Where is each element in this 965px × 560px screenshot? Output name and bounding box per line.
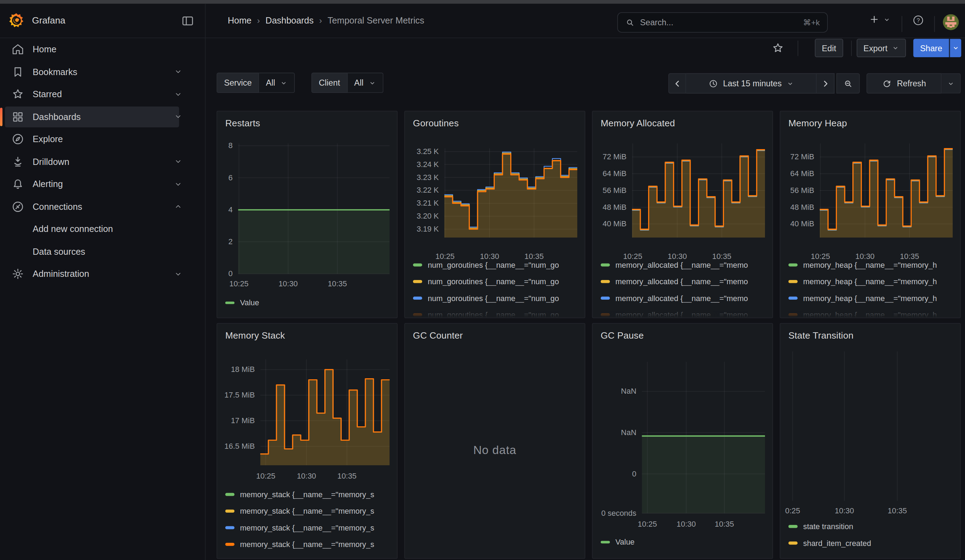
legend-color-marker bbox=[601, 263, 610, 266]
chart-legend: state transitionshard_item_created bbox=[788, 518, 959, 558]
legend-label: memory_heap {__name__="memory_h bbox=[803, 310, 937, 318]
legend-item[interactable]: memory_heap {__name__="memory_h bbox=[788, 256, 959, 273]
service-filter-selected: All bbox=[266, 78, 275, 87]
chart-legend: memory_heap {__name__="memory_hmemory_he… bbox=[788, 256, 959, 318]
legend-item[interactable]: num_goroutines {__name__="num_go bbox=[413, 256, 584, 273]
share-button[interactable]: Share bbox=[913, 39, 949, 57]
legend-label: memory_heap {__name__="memory_h bbox=[803, 261, 937, 269]
legend-item[interactable]: memory_allocated {__name__="memo bbox=[601, 256, 771, 273]
edit-button[interactable]: Edit bbox=[815, 39, 843, 57]
sidebar-item-alerting[interactable]: Alerting bbox=[0, 173, 205, 196]
legend-label: num_goroutines {__name__="num_go bbox=[428, 310, 559, 318]
chevron-down-icon[interactable] bbox=[185, 90, 194, 99]
grafana-logo-icon[interactable] bbox=[8, 12, 25, 29]
svg-text:40 MiB: 40 MiB bbox=[790, 219, 814, 228]
legend-item[interactable]: memory_stack {__name__="memory_s bbox=[225, 536, 396, 553]
chart-legend: memory_stack {__name__="memory_smemory_s… bbox=[225, 486, 396, 558]
sidebar-item-explore[interactable]: Explore bbox=[0, 128, 205, 150]
legend-label: num_goroutines {__name__="num_go bbox=[428, 294, 559, 302]
time-shift-forward-button[interactable] bbox=[816, 73, 834, 94]
legend-item[interactable]: memory_stack {__name__="memory_s bbox=[225, 519, 396, 536]
legend-item[interactable]: memory_allocated {__name__="memo bbox=[601, 273, 771, 290]
sidebar-item-administration[interactable]: Administration bbox=[0, 263, 205, 285]
legend-item[interactable]: memory_heap {__name__="memory_h bbox=[788, 290, 959, 306]
svg-text:10:30: 10:30 bbox=[297, 472, 316, 480]
legend-item[interactable]: memory_heap {__name__="memory_h bbox=[788, 306, 959, 318]
chevron-down-icon[interactable] bbox=[185, 269, 194, 279]
service-filter-value[interactable]: All bbox=[259, 73, 295, 93]
panel-title[interactable]: GC Counter bbox=[413, 330, 463, 340]
legend-item[interactable]: memory_heap {__name__="memory_h bbox=[788, 273, 959, 290]
svg-text:3.22 K: 3.22 K bbox=[417, 186, 439, 194]
favorite-star-button[interactable] bbox=[772, 42, 784, 54]
legend-color-marker bbox=[788, 280, 798, 283]
client-filter-value[interactable]: All bbox=[347, 73, 383, 93]
drilldown-icon bbox=[11, 155, 25, 169]
time-range-controls: Last 15 minutes bbox=[669, 73, 860, 94]
legend-item[interactable]: memory_stack {__name__="memory_s bbox=[225, 486, 396, 503]
panel-memory-stack: Memory Stack10:2510:3010:3518 MiB17.5 Mi… bbox=[216, 323, 397, 559]
panel-goroutines: Goroutines10:2510:3010:353.25 K3.24 K3.2… bbox=[404, 111, 585, 318]
sidebar-item-add-new-connection[interactable]: Add new connection bbox=[0, 218, 205, 240]
chart-restarts[interactable]: 10:2510:3010:3586420 bbox=[217, 111, 397, 318]
chevron-down-icon bbox=[883, 16, 891, 23]
panel-memory-allocated: Memory Allocated10:2510:3010:3572 MiB64 … bbox=[592, 111, 773, 318]
sidebar-toggle-icon[interactable] bbox=[181, 14, 195, 28]
svg-text:2: 2 bbox=[229, 237, 233, 246]
chevron-down-icon[interactable] bbox=[185, 67, 194, 77]
refresh-interval-dropdown[interactable] bbox=[942, 73, 960, 94]
legend-color-marker bbox=[413, 297, 422, 300]
add-new-button[interactable] bbox=[869, 14, 890, 24]
chevron-down-icon[interactable] bbox=[185, 157, 194, 166]
sidebar-item-starred[interactable]: Starred bbox=[0, 83, 205, 106]
chevron-down-icon[interactable] bbox=[185, 112, 194, 121]
active-accent-bar bbox=[0, 107, 2, 126]
svg-text:8: 8 bbox=[229, 141, 233, 150]
sidebar-item-drilldown[interactable]: Drilldown bbox=[0, 150, 205, 173]
legend-item[interactable]: Value bbox=[225, 295, 396, 311]
svg-text:0: 0 bbox=[229, 269, 233, 278]
legend-label: memory_allocated {__name__="memo bbox=[615, 277, 748, 286]
header-divider bbox=[934, 16, 935, 32]
breadcrumb-home[interactable]: Home bbox=[228, 15, 252, 25]
legend-color-marker bbox=[601, 541, 610, 544]
client-filter-label: Client bbox=[311, 73, 347, 93]
sidebar-item-home[interactable]: Home bbox=[0, 38, 205, 61]
chart-gc-pause[interactable]: 10:2510:3010:35NaNNaN00 seconds bbox=[593, 324, 773, 559]
chevron-up-icon[interactable] bbox=[185, 202, 194, 211]
legend-item[interactable]: num_goroutines {__name__="num_go bbox=[413, 273, 584, 290]
legend-item[interactable]: memory_allocated {__name__="memo bbox=[601, 306, 771, 318]
window-top-strip bbox=[0, 0, 965, 4]
breadcrumb-dashboards[interactable]: Dashboards bbox=[266, 15, 314, 25]
legend-item[interactable]: memory_stack {__name__="memory_s bbox=[225, 503, 396, 519]
compass-icon bbox=[11, 132, 25, 146]
legend-item[interactable]: shard_item_created bbox=[788, 535, 959, 551]
sidebar-item-data-sources[interactable]: Data sources bbox=[0, 240, 205, 263]
sidebar-item-label: Data sources bbox=[33, 247, 85, 256]
chevron-down-icon[interactable] bbox=[185, 180, 194, 189]
sidebar-item-label: Administration bbox=[33, 269, 89, 279]
time-shift-back-button[interactable] bbox=[669, 73, 686, 94]
chevron-down-icon bbox=[952, 44, 959, 52]
refresh-button[interactable]: Refresh bbox=[867, 73, 942, 94]
zoom-out-button[interactable] bbox=[836, 73, 860, 94]
user-avatar[interactable] bbox=[943, 14, 959, 30]
chevron-down-icon bbox=[891, 44, 899, 52]
search-input[interactable]: Search... ⌘+k bbox=[617, 12, 828, 33]
panel-restarts: Restarts10:2510:3010:3586420Value bbox=[216, 111, 397, 318]
legend-item[interactable]: Value bbox=[601, 534, 771, 550]
legend-item[interactable]: memory_allocated {__name__="memo bbox=[601, 290, 771, 306]
share-dropdown-button[interactable] bbox=[950, 39, 961, 57]
legend-item[interactable]: num_goroutines {__name__="num_go bbox=[413, 306, 584, 318]
legend-item[interactable]: num_goroutines {__name__="num_go bbox=[413, 290, 584, 306]
help-button[interactable]: ? bbox=[912, 14, 924, 26]
time-range-picker[interactable]: Last 15 minutes bbox=[686, 73, 817, 94]
plug-icon bbox=[11, 200, 25, 214]
export-button[interactable]: Export bbox=[857, 39, 906, 57]
legend-item[interactable]: state transition bbox=[788, 518, 959, 535]
refresh-label: Refresh bbox=[897, 78, 926, 88]
svg-text:17.5 MiB: 17.5 MiB bbox=[224, 390, 255, 399]
sidebar-item-bookmarks[interactable]: Bookmarks bbox=[0, 61, 205, 83]
sidebar-item-dashboards[interactable]: Dashboards bbox=[0, 106, 205, 128]
sidebar-item-connections[interactable]: Connections bbox=[0, 196, 205, 218]
